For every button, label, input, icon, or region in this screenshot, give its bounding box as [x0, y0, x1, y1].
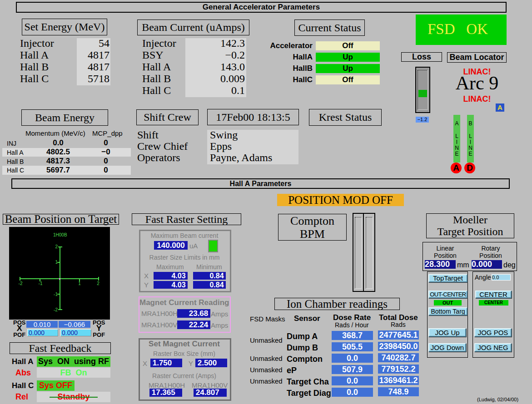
svg-text:1: 1	[78, 281, 81, 286]
svg-text:-2: -2	[19, 281, 23, 286]
svg-text:-1: -1	[39, 281, 43, 286]
svg-text:1H00B: 1H00B	[53, 232, 67, 237]
svg-text:2: 2	[97, 281, 99, 286]
svg-text:1: 1	[55, 260, 58, 265]
svg-text:-2: -2	[54, 307, 58, 312]
svg-text:-1: -1	[54, 292, 58, 297]
svg-text:2: 2	[55, 244, 58, 249]
